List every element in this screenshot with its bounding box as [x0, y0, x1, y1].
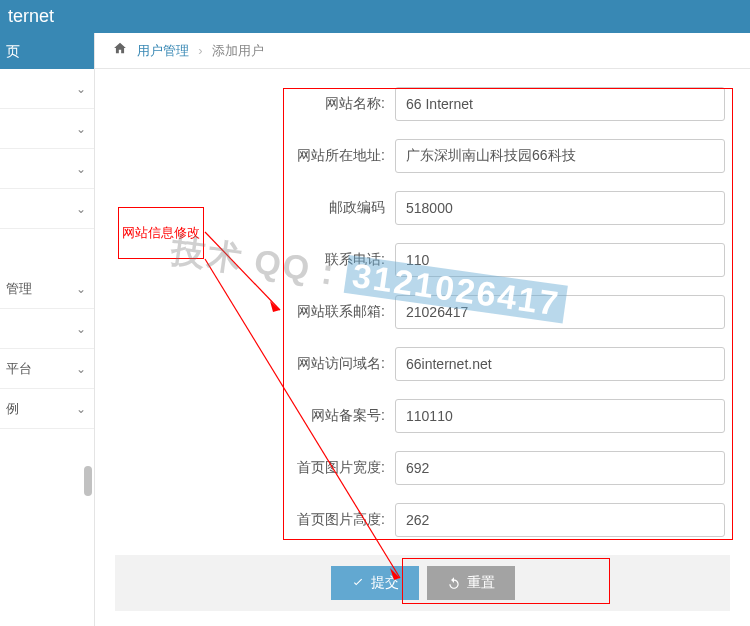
- top-bar: ternet: [0, 0, 750, 33]
- label-phone: 联系电话:: [115, 251, 395, 269]
- button-bar: 提交 重置: [115, 555, 730, 611]
- chevron-down-icon: ⌄: [76, 269, 86, 309]
- input-img-w[interactable]: [395, 451, 725, 485]
- chevron-down-icon: ⌄: [76, 389, 86, 429]
- chevron-down-icon: ⌄: [76, 109, 86, 149]
- input-domain[interactable]: [395, 347, 725, 381]
- breadcrumb-link-user-manage[interactable]: 用户管理: [137, 43, 189, 58]
- sidebar-item-4[interactable]: 管理⌄: [0, 269, 94, 309]
- input-img-h[interactable]: [395, 503, 725, 537]
- label-img-w: 首页图片宽度:: [115, 459, 395, 477]
- chevron-down-icon: ⌄: [76, 149, 86, 189]
- input-phone[interactable]: [395, 243, 725, 277]
- input-site-name[interactable]: [395, 87, 725, 121]
- sidebar-item-1[interactable]: ⌄: [0, 109, 94, 149]
- label-site-addr: 网站所在地址:: [115, 147, 395, 165]
- chevron-down-icon: ⌄: [76, 349, 86, 389]
- sidebar-item-0[interactable]: ⌄: [0, 69, 94, 109]
- input-postcode[interactable]: [395, 191, 725, 225]
- chevron-down-icon: ⌄: [76, 309, 86, 349]
- label-email: 网站联系邮箱:: [115, 303, 395, 321]
- label-postcode: 邮政编码: [115, 199, 395, 217]
- breadcrumb: 用户管理 › 添加用户: [95, 33, 750, 69]
- sidebar-item-6[interactable]: 平台⌄: [0, 349, 94, 389]
- input-icp[interactable]: [395, 399, 725, 433]
- app-title: ternet: [8, 6, 54, 26]
- input-site-addr[interactable]: [395, 139, 725, 173]
- sidebar: 页 ⌄ ⌄ ⌄ ⌄ 管理⌄ ⌄ 平台⌄ 例⌄: [0, 33, 95, 626]
- sidebar-item-5[interactable]: ⌄: [0, 309, 94, 349]
- chevron-down-icon: ⌄: [76, 69, 86, 109]
- refresh-icon: [447, 576, 461, 590]
- check-icon: [351, 576, 365, 590]
- reset-button[interactable]: 重置: [427, 566, 515, 600]
- sidebar-tab-home[interactable]: 页: [0, 33, 94, 69]
- label-domain: 网站访问域名:: [115, 355, 395, 373]
- sidebar-item-2[interactable]: ⌄: [0, 149, 94, 189]
- sidebar-item-7[interactable]: 例⌄: [0, 389, 94, 429]
- chevron-right-icon: ›: [198, 43, 202, 58]
- submit-button[interactable]: 提交: [331, 566, 419, 600]
- breadcrumb-current: 添加用户: [212, 43, 264, 58]
- label-site-name: 网站名称:: [115, 95, 395, 113]
- label-icp: 网站备案号:: [115, 407, 395, 425]
- label-img-h: 首页图片高度:: [115, 511, 395, 529]
- sidebar-item-3[interactable]: ⌄: [0, 189, 94, 229]
- chevron-down-icon: ⌄: [76, 189, 86, 229]
- input-email[interactable]: [395, 295, 725, 329]
- scrollbar-thumb[interactable]: [84, 466, 92, 496]
- home-icon: [113, 43, 131, 58]
